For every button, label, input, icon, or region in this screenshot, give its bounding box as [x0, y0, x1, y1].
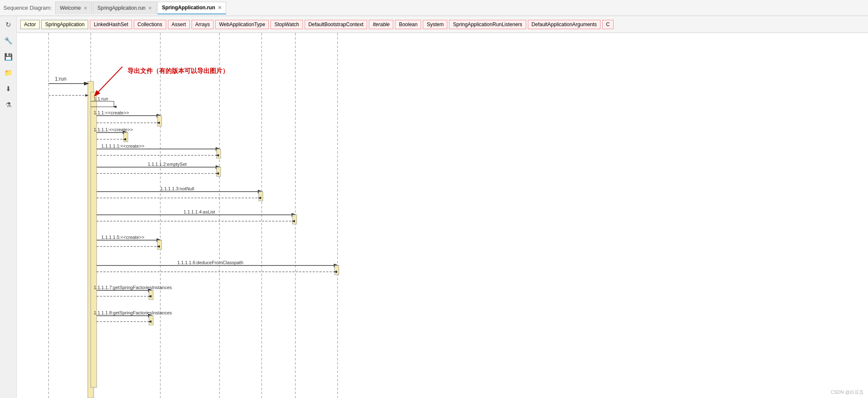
- download-icon[interactable]: ⬇: [2, 82, 15, 95]
- svg-rect-42: [157, 240, 162, 249]
- tab-welcome[interactable]: Welcome ✕: [55, 2, 92, 14]
- svg-text:1.1.1.1:<<create>>: 1.1.1.1:<<create>>: [94, 127, 133, 132]
- folder-icon[interactable]: 📁: [2, 66, 15, 79]
- lifeline-actor[interactable]: Actor: [20, 20, 40, 29]
- svg-text:1.1.1.1.8:getSpringFactoriesIn: 1.1.1.1.8:getSpringFactoriesInstances: [94, 310, 172, 315]
- lifeline-bar: Actor SpringApplication LinkedHashSet Co…: [17, 16, 868, 33]
- svg-text:1.1.1.1.6:deduceFromClasspath: 1.1.1.1.6:deduceFromClasspath: [177, 260, 243, 265]
- tab-spring1[interactable]: SpringApplication.run ✕: [93, 2, 157, 14]
- svg-text:1.1.1:<<create>>: 1.1.1:<<create>>: [94, 110, 129, 115]
- save-icon[interactable]: 💾: [2, 50, 15, 63]
- svg-rect-34: [259, 192, 263, 201]
- svg-text:1.1.1.1.1:<<create>>: 1.1.1.1.1:<<create>>: [101, 143, 144, 149]
- svg-rect-26: [216, 149, 221, 158]
- diagram-area[interactable]: 1:run 1.1:run 1.1.1:<<create>> 1.1.1.1:<…: [17, 33, 868, 398]
- lifeline-defaultappargs[interactable]: DefaultApplicationArguments: [528, 20, 601, 29]
- sidebar: ↻ 🔧 💾 📁 ⬇ ⚗: [0, 16, 17, 398]
- svg-text:1:run: 1:run: [55, 76, 66, 82]
- lifeline-stopwatch[interactable]: StopWatch: [270, 20, 303, 29]
- close-spring1-icon[interactable]: ✕: [148, 5, 152, 11]
- filter-icon[interactable]: ⚗: [2, 98, 15, 111]
- main-layout: ↻ 🔧 💾 📁 ⬇ ⚗ Actor SpringApplication Link…: [0, 16, 868, 398]
- close-welcome-icon[interactable]: ✕: [84, 5, 87, 11]
- svg-rect-54: [149, 316, 153, 325]
- close-spring2-icon[interactable]: ✕: [218, 5, 222, 11]
- lifeline-iterable[interactable]: Iterable: [369, 20, 393, 29]
- lifeline-system[interactable]: System: [423, 20, 447, 29]
- lifeline-webapptype[interactable]: WebApplicationType: [215, 20, 269, 29]
- svg-rect-38: [292, 215, 297, 224]
- lifeline-collections[interactable]: Collections: [134, 20, 166, 29]
- svg-rect-22: [124, 133, 128, 142]
- svg-text:1.1.1.1.5:<<create>>: 1.1.1.1.5:<<create>>: [101, 235, 144, 240]
- svg-rect-30: [216, 167, 221, 176]
- svg-text:导出文件（有的版本可以导出图片）: 导出文件（有的版本可以导出图片）: [127, 67, 229, 74]
- svg-line-56: [95, 67, 122, 95]
- svg-rect-46: [335, 265, 339, 275]
- svg-rect-18: [157, 116, 162, 126]
- svg-text:1.1.1.1.4:asList: 1.1.1.1.4:asList: [184, 209, 215, 214]
- tab-spring2[interactable]: SpringApplication.run ✕: [157, 2, 226, 14]
- header-bar: Sequence Diagram: Welcome ✕ SpringApplic…: [0, 0, 868, 16]
- wrench-icon[interactable]: 🔧: [2, 34, 15, 47]
- svg-text:1.1:run: 1.1:run: [94, 96, 108, 101]
- lifeline-springrunlisteners[interactable]: SpringApplicationRunListeners: [449, 20, 526, 29]
- svg-text:1.1.1.1.3:notNull: 1.1.1.1.3:notNull: [160, 186, 194, 191]
- lifeline-defaultbootstrap[interactable]: DefaultBootstrapContext: [305, 20, 368, 29]
- diagram-label: Sequence Diagram:: [3, 5, 52, 11]
- lifeline-boolean[interactable]: Boolean: [395, 20, 421, 29]
- lifeline-arrays[interactable]: Arrays: [192, 20, 214, 29]
- lifeline-more[interactable]: C: [602, 20, 614, 29]
- lifeline-assert[interactable]: Assert: [168, 20, 190, 29]
- svg-text:1.1.1.1.2:emptySet: 1.1.1.1.2:emptySet: [148, 162, 187, 167]
- refresh-icon[interactable]: ↻: [2, 18, 15, 31]
- watermark: CSDN @白豆五: [831, 389, 864, 395]
- content-area: Actor SpringApplication LinkedHashSet Co…: [17, 16, 868, 398]
- svg-rect-8: [91, 92, 97, 387]
- svg-text:1.1.1.1.7:getSpringFactoriesIn: 1.1.1.1.7:getSpringFactoriesInstances: [94, 285, 172, 290]
- lifeline-springapplication[interactable]: SpringApplication: [41, 20, 88, 29]
- sequence-diagram-svg: 1:run 1.1:run 1.1.1:<<create>> 1.1.1.1:<…: [17, 33, 868, 398]
- lifeline-linkedhashset[interactable]: LinkedHashSet: [90, 20, 132, 29]
- svg-rect-50: [149, 290, 153, 300]
